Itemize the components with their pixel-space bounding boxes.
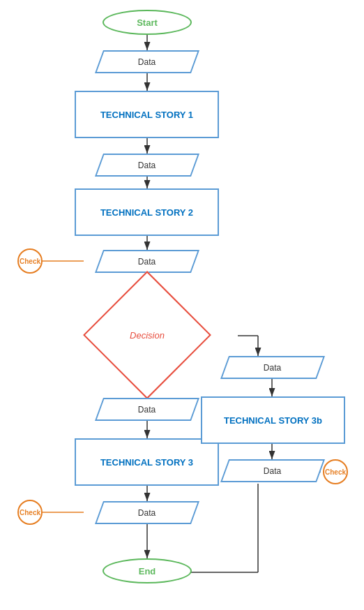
start-shape: Start xyxy=(103,10,192,35)
ts1-shape: TECHNICAL STORY 1 xyxy=(75,91,219,138)
start-label: Start xyxy=(137,17,158,28)
data2-label: Data xyxy=(138,161,156,170)
data4-label: Data xyxy=(138,405,156,415)
data3-shape: Data xyxy=(95,250,199,273)
data1-shape: Data xyxy=(95,50,199,73)
ts3-shape: TECHNICAL STORY 3 xyxy=(75,438,219,486)
data6-label: Data xyxy=(264,363,281,373)
data7-label: Data xyxy=(264,466,281,476)
check1-label: Check xyxy=(20,258,40,265)
check3-circle: Check xyxy=(323,459,348,484)
ts2-shape: TECHNICAL STORY 2 xyxy=(75,188,219,236)
data5-shape: Data xyxy=(95,501,199,524)
end-label: End xyxy=(139,566,156,576)
data6-shape: Data xyxy=(220,356,325,379)
check2-circle: Check xyxy=(17,500,43,525)
ts2-label: TECHNICAL STORY 2 xyxy=(100,207,193,218)
decision-container: Decision xyxy=(102,290,192,380)
data2-shape: Data xyxy=(95,154,199,177)
ts3b-label: TECHNICAL STORY 3b xyxy=(224,415,322,426)
data5-label: Data xyxy=(138,508,156,518)
ts3b-shape: TECHNICAL STORY 3b xyxy=(201,396,345,444)
data7-shape: Data xyxy=(220,459,325,482)
data3-label: Data xyxy=(138,257,156,267)
check3-label: Check xyxy=(325,468,346,476)
ts3-label: TECHNICAL STORY 3 xyxy=(100,457,193,468)
check1-circle: Check xyxy=(17,248,43,274)
data4-shape: Data xyxy=(95,398,199,421)
ts1-label: TECHNICAL STORY 1 xyxy=(100,110,193,120)
end-shape: End xyxy=(103,558,192,583)
flowchart: Start Data TECHNICAL STORY 1 Data TECHNI… xyxy=(0,0,364,610)
check2-label: Check xyxy=(20,509,40,516)
data1-label: Data xyxy=(138,57,156,67)
decision-label: Decision xyxy=(130,330,165,341)
